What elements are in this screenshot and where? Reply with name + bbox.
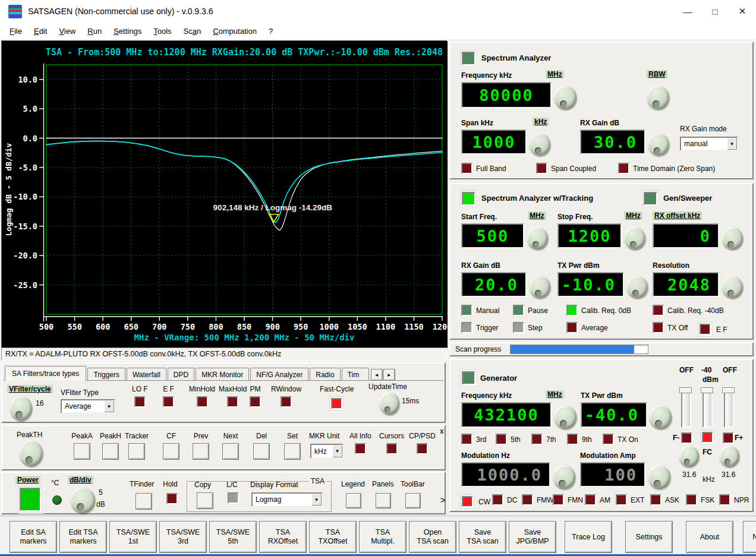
bottom-button-tsa-rxoffset[interactable]: TSARXOffset [259, 521, 307, 553]
f-minus-knob[interactable] [679, 446, 699, 467]
filter-check-rwindow-checkbox[interactable] [281, 396, 292, 407]
marker-check-all-info-checkbox[interactable] [355, 443, 366, 454]
gen-sweeper-checkbox[interactable] [644, 192, 657, 206]
gen-harmonic-tx-on-checkbox[interactable] [603, 434, 614, 445]
panel-close-icon[interactable]: x [440, 427, 444, 435]
tsa-enable-checkbox[interactable] [462, 192, 475, 206]
marker-button-next[interactable] [222, 443, 239, 460]
gen-harmonic-5th-checkbox[interactable] [496, 434, 507, 445]
sa-rx-gain-knob[interactable] [648, 133, 669, 156]
tab-tim[interactable]: Tim [342, 368, 369, 381]
peakth-knob[interactable] [19, 440, 43, 466]
toolbar-button[interactable] [405, 493, 421, 508]
bottom-button-tsa-txoffset[interactable]: TSATXOffset [309, 521, 357, 553]
lc-checkbox[interactable] [228, 492, 239, 504]
bottom-button-save-jpg-bmp[interactable]: SaveJPG/BMP [509, 521, 556, 553]
bottom-button-tsa-swe-1st[interactable]: TSA/SWE1st [109, 521, 157, 553]
bottom-button-about[interactable]: About [686, 521, 733, 553]
tsa-check-e-f-checkbox[interactable] [700, 324, 711, 335]
filter-check-e-f-checkbox[interactable] [163, 396, 174, 407]
sa-check-full-band-checkbox[interactable] [461, 163, 472, 174]
modulation-hz-knob[interactable] [553, 465, 575, 489]
mkr-unit-select[interactable]: kHz▼ [310, 444, 344, 459]
sa-span-knob[interactable] [529, 133, 550, 156]
vfilter-cycle-knob[interactable] [10, 396, 32, 421]
gen-mode-cw-checkbox[interactable] [462, 496, 473, 507]
chevron-down-icon[interactable]: ▼ [104, 400, 114, 412]
f-plus-checkbox[interactable] [723, 432, 734, 444]
tsa-resolution-knob[interactable] [722, 276, 743, 298]
marker-button-set[interactable] [284, 443, 301, 460]
filter-check-pm-checkbox[interactable] [250, 396, 261, 407]
bottom-button-edit-sa-markers[interactable]: Edit SAmarkers [10, 521, 57, 553]
bottom-button-tsa-swe-3rd[interactable]: TSA/SWE3rd [159, 521, 207, 553]
bottom-button-trace-log[interactable]: Trace Log [565, 521, 612, 553]
tsa-check-calib-req-40db-checkbox[interactable] [653, 305, 664, 316]
f-minus-checkbox[interactable] [681, 432, 692, 444]
menu-item-settings[interactable]: Settings [108, 24, 147, 38]
tsa-stop-mhz-button[interactable]: MHz [624, 211, 642, 220]
maximize-button[interactable]: □ [701, 0, 729, 23]
modulation-amp-knob[interactable] [648, 465, 670, 489]
gen-mode-fsk-checkbox[interactable] [686, 494, 697, 506]
gen-mode-ask-checkbox[interactable] [650, 494, 662, 506]
tsa-check-manual-checkbox[interactable] [461, 305, 472, 316]
f-plus-knob[interactable] [719, 446, 739, 467]
marker-check-cursors-checkbox[interactable] [386, 443, 398, 454]
marker-button-tracker[interactable] [128, 443, 145, 460]
chevron-down-icon[interactable]: ▼ [332, 445, 342, 457]
tsa-rx-offset-knob[interactable] [722, 227, 743, 249]
filter-check-maxhold-checkbox[interactable] [227, 396, 238, 407]
sa-khz-button[interactable]: kHz [533, 118, 549, 126]
gen-harmonic-9th-checkbox[interactable] [567, 434, 578, 445]
gen-slider-0[interactable] [681, 388, 691, 428]
tsa-check-tx-off-checkbox[interactable] [653, 322, 664, 333]
marker-button-cf[interactable] [163, 443, 179, 460]
gen-slider-thumb-2[interactable] [722, 387, 735, 393]
sa-check-span-coupled-checkbox[interactable] [536, 163, 547, 174]
gen-slider-2[interactable] [724, 388, 734, 428]
tsa-start-knob[interactable] [527, 227, 548, 249]
tsa-check-trigger-checkbox[interactable] [461, 322, 472, 333]
gen-slider-thumb-0[interactable] [679, 387, 692, 393]
copy-button[interactable] [197, 492, 213, 509]
tab-triggers[interactable]: Triggers [87, 368, 125, 381]
menu-item-view[interactable]: View [53, 24, 81, 38]
gen-slider-thumb-1[interactable] [701, 387, 713, 393]
tsa-tx-pwr-knob[interactable] [626, 276, 648, 298]
gen-mode-dc-checkbox[interactable] [492, 494, 503, 506]
sa-enable-checkbox[interactable] [462, 52, 475, 65]
marker-button-prev[interactable] [193, 443, 209, 460]
tfinder-button[interactable] [136, 493, 152, 510]
tab-waterfall[interactable]: Waterfall [127, 368, 166, 381]
bottom-button-edit-tsa-markers[interactable]: Edit TSAmarkers [59, 521, 107, 553]
tab-scroll-left-icon[interactable]: ◄ [371, 369, 383, 381]
marker-check-cp-psd-checkbox[interactable] [417, 443, 428, 454]
legend-button[interactable] [346, 493, 361, 508]
tab-sa-filters-trace-types[interactable]: SA Filters/trace types [5, 366, 86, 381]
tsa-rx-gain-knob[interactable] [529, 276, 550, 298]
display-format-select[interactable]: Logmag▼ [251, 492, 323, 507]
tsa-start-mhz-button[interactable]: MHz [528, 211, 546, 220]
marker-button-peakh[interactable] [102, 443, 119, 460]
gen-frequency-knob[interactable] [554, 405, 577, 429]
filter-check-fast-cycle-checkbox[interactable] [331, 398, 342, 409]
bottom-button-tsa-swe-5th[interactable]: TSA/SWE5th [209, 521, 257, 553]
tab-scroll-right-icon[interactable]: ► [383, 369, 395, 381]
tsa-check-calib-req-0db-checkbox[interactable] [566, 305, 578, 316]
menu-item-run[interactable]: Run [81, 24, 108, 38]
tab-nf-g-analyzer[interactable]: NF/G Analyzer [250, 368, 308, 381]
bottom-button-open-tsa-scan[interactable]: OpenTSA scan [409, 521, 456, 553]
bottom-button-next-[interactable]: Next>>> [743, 521, 756, 553]
sa-rx-gain-mode-select[interactable]: manual▼ [680, 137, 738, 151]
tsa-check-step-checkbox[interactable] [513, 322, 524, 333]
tab-dpd[interactable]: DPD [168, 368, 194, 381]
menu-item-file[interactable]: File [4, 24, 28, 38]
sa-mhz-button[interactable]: MHz [546, 70, 564, 78]
gen-tx-pwr-knob[interactable] [649, 405, 672, 429]
sa-rbw-button[interactable]: RBW [647, 70, 667, 78]
filter-check-minhold-checkbox[interactable] [197, 396, 208, 407]
vfilter-type-select[interactable]: Average▼ [61, 399, 115, 413]
tsa-check-pause-checkbox[interactable] [513, 305, 524, 316]
gen-mode-am-checkbox[interactable] [585, 494, 596, 506]
